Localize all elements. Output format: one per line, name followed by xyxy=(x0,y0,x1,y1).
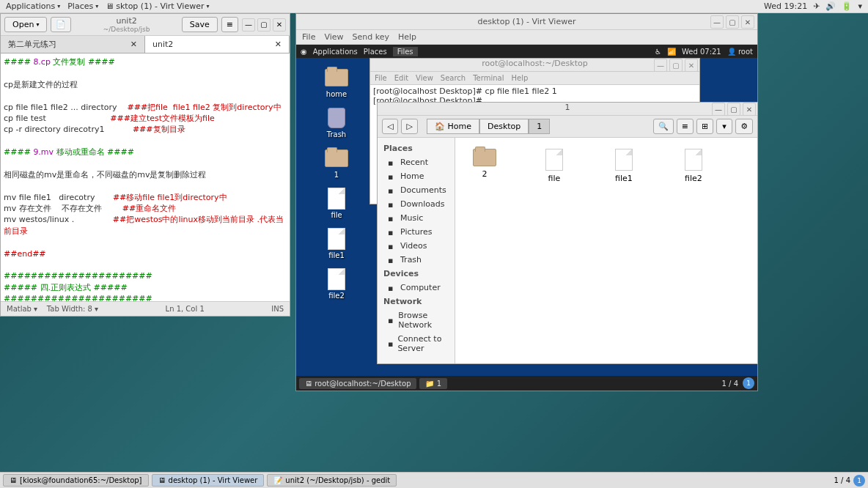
files-main[interactable]: 2filefile1file2 xyxy=(455,138,757,363)
workspace-indicator[interactable]: 1 / 4 xyxy=(722,380,738,388)
close-button[interactable]: ✕ xyxy=(741,15,754,29)
new-button[interactable]: 📄 xyxy=(51,17,71,32)
desktop-icon-file2[interactable]: file2 xyxy=(318,268,355,300)
file-item-file2[interactable]: file2 xyxy=(675,149,712,183)
maximize-button[interactable]: ▢ xyxy=(727,103,740,116)
guest-logo-icon: ◉ xyxy=(301,48,307,56)
view-options-button[interactable]: ▾ xyxy=(716,119,732,134)
gedit-statusbar: Matlab ▾ Tab Width: 8 ▾ Ln 1, Col 1 INS xyxy=(1,301,290,316)
a11y-icon[interactable]: ♿ xyxy=(655,48,661,56)
close-tab-icon[interactable]: ✕ xyxy=(275,40,282,49)
virt-titlebar: desktop (1) - Virt Viewer — ▢ ✕ xyxy=(296,14,757,30)
path-home[interactable]: 🏠 Home xyxy=(427,119,479,134)
file-item-2[interactable]: 2 xyxy=(466,149,503,179)
sidebar-item-music[interactable]: ▪Music xyxy=(378,211,455,225)
guest-clock[interactable]: Wed 07:21 xyxy=(682,48,721,56)
guest-desktop[interactable]: ◉ Applications Places Files ♿ 📶 Wed 07:2… xyxy=(296,45,757,391)
sidebar-item-connect-to-server[interactable]: ▪Connect to Server xyxy=(378,332,455,355)
guest-places-menu[interactable]: Places xyxy=(364,48,387,56)
airplane-icon[interactable]: ✈ xyxy=(813,1,820,11)
sidebar-item-home[interactable]: ▪Home xyxy=(378,169,455,183)
battery-icon[interactable]: 🔋 xyxy=(842,1,852,11)
desktop-icon-Trash[interactable]: Trash xyxy=(318,107,355,138)
view-list-button[interactable]: ≡ xyxy=(677,119,694,134)
menu-button[interactable]: ≡ xyxy=(221,17,238,32)
search-button[interactable]: 🔍 xyxy=(653,119,674,134)
sidebar-item-recent[interactable]: ▪Recent xyxy=(378,155,455,169)
sidebar-item-downloads[interactable]: ▪Downloads xyxy=(378,197,455,211)
desktop-icon-file1[interactable]: file1 xyxy=(318,228,355,259)
guest-files-menu[interactable]: Files xyxy=(393,47,418,56)
taskbar-gedit[interactable]: 📝 unit2 (~/Desktop/jsb) - gedit xyxy=(267,474,397,487)
workspace-badge[interactable]: 1 xyxy=(853,475,865,487)
taskbar-terminal[interactable]: 🖥 root@localhost:~/Desktop xyxy=(299,378,416,389)
tab-2[interactable]: unit2✕ xyxy=(145,36,290,53)
files-titlebar: 1 — ▢ ✕ xyxy=(378,103,757,116)
close-tab-icon[interactable]: ✕ xyxy=(130,40,137,49)
maximize-button[interactable]: ▢ xyxy=(726,15,739,29)
menu-help[interactable]: Help xyxy=(398,32,416,42)
close-button[interactable]: ✕ xyxy=(273,18,286,32)
sidebar-item-documents[interactable]: ▪Documents xyxy=(378,183,455,197)
taskbar-virt[interactable]: 🖥 desktop (1) - Virt Viewer xyxy=(152,474,265,487)
power-icon[interactable]: ▾ xyxy=(858,1,862,11)
host-top-panel: Applications ▾ Places ▾ 🖥 sktop (1) - Vi… xyxy=(0,0,868,13)
places-menu[interactable]: Places ▾ xyxy=(67,1,98,11)
maximize-button[interactable]: ▢ xyxy=(669,59,683,72)
guest-applications-menu[interactable]: Applications xyxy=(313,48,358,56)
guest-user[interactable]: 👤 root xyxy=(727,48,753,56)
minimize-button[interactable]: — xyxy=(710,15,724,29)
menu-view[interactable]: View xyxy=(324,32,343,42)
open-button[interactable]: Open ▾ xyxy=(4,17,47,32)
minimize-button[interactable]: — xyxy=(712,103,725,116)
taskbar-files[interactable]: 📁 1 xyxy=(419,378,447,389)
term-menu-help[interactable]: Help xyxy=(511,74,528,82)
gedit-editor[interactable]: #### 8.cp 文件复制 #### cp是新建文件的过程 cp file f… xyxy=(1,53,290,301)
volume-icon[interactable]: 🔊 xyxy=(825,1,836,11)
virt-viewer-window: desktop (1) - Virt Viewer — ▢ ✕ File Vie… xyxy=(295,13,758,391)
host-taskbar: 🖥 [kiosk@foundation65:~/Desktop] 🖥 deskt… xyxy=(0,472,868,488)
clock[interactable]: Wed 19:21 xyxy=(764,1,807,11)
path-1[interactable]: 1 xyxy=(529,119,550,134)
path-bar: 🏠 Home Desktop 1 xyxy=(427,119,550,134)
files-window: 1 — ▢ ✕ ◁ ▷ 🏠 Home Desktop 1 🔍 ≡ ⊞ xyxy=(377,102,758,364)
syntax-selector[interactable]: Matlab xyxy=(7,305,32,313)
taskbar-terminal[interactable]: 🖥 [kiosk@foundation65:~/Desktop] xyxy=(3,474,149,487)
close-button[interactable]: ✕ xyxy=(685,59,698,72)
term-menu-file[interactable]: File xyxy=(375,74,387,82)
files-sidebar: Places▪Recent▪Home▪Documents▪Downloads▪M… xyxy=(378,138,455,363)
file-item-file[interactable]: file xyxy=(536,149,573,183)
close-button[interactable]: ✕ xyxy=(743,103,756,116)
sidebar-item-videos[interactable]: ▪Videos xyxy=(378,239,455,253)
maximize-button[interactable]: ▢ xyxy=(257,18,271,32)
sidebar-item-browse-network[interactable]: ▪Browse Network xyxy=(378,308,455,332)
view-grid-button[interactable]: ⊞ xyxy=(696,119,713,134)
desktop-icon-file[interactable]: file xyxy=(318,188,355,219)
menu-sendkey[interactable]: Send key xyxy=(353,32,389,42)
back-button[interactable]: ◁ xyxy=(382,119,398,134)
file-item-file1[interactable]: file1 xyxy=(606,149,642,183)
applications-menu[interactable]: Applications ▾ xyxy=(6,1,60,11)
desktop-icon-home[interactable]: home xyxy=(318,67,355,98)
sidebar-item-pictures[interactable]: ▪Pictures xyxy=(378,225,455,239)
forward-button[interactable]: ▷ xyxy=(401,119,417,134)
minimize-button[interactable]: — xyxy=(654,59,667,72)
network-icon[interactable]: 📶 xyxy=(667,48,676,56)
sidebar-item-trash[interactable]: ▪Trash xyxy=(378,253,455,267)
menu-file[interactable]: File xyxy=(302,32,315,42)
desktop-icon-1[interactable]: 1 xyxy=(318,147,355,179)
workspace-indicator[interactable]: 1 / 4 xyxy=(834,476,850,484)
term-menu-terminal[interactable]: Terminal xyxy=(473,74,504,82)
minimize-button[interactable]: — xyxy=(242,18,255,32)
term-menu-search[interactable]: Search xyxy=(441,74,466,82)
term-menu-edit[interactable]: Edit xyxy=(394,74,408,82)
app-menu[interactable]: 🖥 sktop (1) - Virt Viewer ▾ xyxy=(106,1,209,11)
save-button[interactable]: Save xyxy=(182,17,218,32)
settings-button[interactable]: ⚙ xyxy=(735,119,753,134)
sidebar-item-computer[interactable]: ▪Computer xyxy=(378,281,455,295)
tab-width-selector[interactable]: Tab Width: 8 xyxy=(47,305,92,313)
term-menu-view[interactable]: View xyxy=(416,74,433,82)
path-desktop[interactable]: Desktop xyxy=(479,119,529,134)
workspace-badge[interactable]: 1 xyxy=(743,377,754,389)
tab-1[interactable]: 第二单元练习✕ xyxy=(1,36,145,53)
